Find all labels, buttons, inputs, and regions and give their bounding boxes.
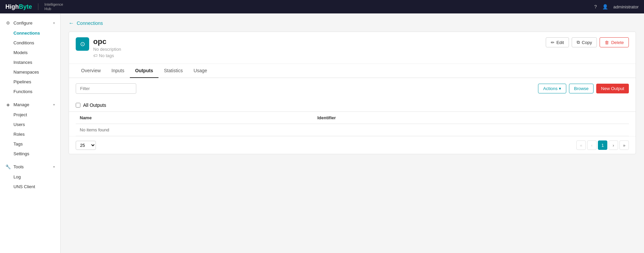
- edit-label: Edit: [557, 40, 564, 45]
- connection-info: ⊙ opc No description 🏷 No tags: [76, 37, 121, 58]
- empty-message: No items found: [76, 124, 629, 136]
- tools-icon: 🔧: [5, 164, 11, 169]
- sidebar-section-configure: ⚙ Configure ▾ Connections Conditions Mod…: [0, 17, 60, 96]
- tabs: Overview Inputs Outputs Statistics Usage: [69, 64, 636, 78]
- sidebar-item-instances[interactable]: Instances: [0, 57, 60, 67]
- actions-chevron: ▾: [559, 86, 561, 91]
- actions-label: Actions: [543, 86, 558, 91]
- logo-high: High: [5, 3, 19, 10]
- configure-section-header[interactable]: ⚙ Configure ▾: [0, 17, 60, 28]
- configure-label: ⚙ Configure: [5, 20, 32, 26]
- delete-icon: 🗑: [605, 40, 609, 45]
- tools-chevron: ▾: [53, 165, 55, 169]
- logo-text: HighByte: [5, 3, 32, 10]
- sidebar-item-functions[interactable]: Functions: [0, 87, 60, 96]
- sidebar-item-connections[interactable]: Connections: [0, 28, 60, 38]
- edit-icon: ✏: [551, 40, 554, 45]
- page-size-select[interactable]: 10 25 50 100: [76, 141, 96, 150]
- table-header: Name Identifier: [76, 112, 629, 124]
- col-name: Name: [76, 112, 313, 124]
- sidebar-item-uns-client[interactable]: UNS Client: [0, 182, 60, 192]
- configure-chevron: ▾: [53, 21, 55, 25]
- breadcrumb[interactable]: ← Connections: [69, 20, 636, 26]
- back-arrow: ←: [69, 20, 74, 26]
- pagination-bar: 10 25 50 100 « ‹ 1 › »: [69, 136, 636, 154]
- toolbar-right: Actions ▾ Browse New Output: [538, 84, 629, 93]
- copy-button[interactable]: ⧉ Copy: [572, 37, 597, 47]
- filter-input[interactable]: [76, 83, 136, 94]
- sidebar-item-models[interactable]: Models: [0, 48, 60, 57]
- sidebar-item-settings[interactable]: Settings: [0, 149, 60, 159]
- all-outputs-row: All Outputs: [69, 99, 636, 112]
- page-prev[interactable]: ‹: [587, 140, 597, 150]
- sidebar-item-tags[interactable]: Tags: [0, 139, 60, 149]
- manage-label: ◈ Manage: [5, 102, 29, 107]
- pagination-nav: « ‹ 1 › »: [576, 140, 629, 150]
- select-all-checkbox[interactable]: [76, 103, 80, 108]
- connection-name: opc: [93, 37, 121, 46]
- sidebar-item-users[interactable]: Users: [0, 120, 60, 129]
- logo: HighByte Intelligence Hub: [5, 2, 63, 11]
- connection-details: opc No description 🏷 No tags: [93, 37, 121, 58]
- actions-button[interactable]: Actions ▾: [538, 84, 566, 93]
- main-layout: ⚙ Configure ▾ Connections Conditions Mod…: [0, 13, 644, 253]
- tags-icon: 🏷: [93, 53, 98, 58]
- connection-header: ⊙ opc No description 🏷 No tags ✏ Edit: [69, 32, 636, 64]
- manage-section-header[interactable]: ◈ Manage ▾: [0, 99, 60, 110]
- connection-card: ⊙ opc No description 🏷 No tags ✏ Edit: [69, 32, 636, 154]
- outputs-toolbar: Actions ▾ Browse New Output: [69, 78, 636, 99]
- logo-divider: [38, 3, 38, 10]
- connection-tags: 🏷 No tags: [93, 53, 121, 58]
- breadcrumb-label: Connections: [77, 20, 103, 26]
- sidebar: ⚙ Configure ▾ Connections Conditions Mod…: [0, 13, 61, 253]
- manage-icon: ◈: [5, 102, 11, 107]
- configure-icon: ⚙: [5, 20, 11, 26]
- sidebar-item-roles[interactable]: Roles: [0, 129, 60, 139]
- sidebar-item-project[interactable]: Project: [0, 110, 60, 120]
- page-next[interactable]: ›: [609, 140, 618, 150]
- logo-byte: Byte: [19, 3, 32, 10]
- user-icon[interactable]: 👤: [602, 4, 608, 9]
- edit-button[interactable]: ✏ Edit: [546, 37, 569, 47]
- table-body: No items found: [76, 124, 629, 136]
- content-area: ← Connections ⊙ opc No description 🏷 No …: [61, 13, 644, 253]
- help-icon[interactable]: ?: [594, 4, 597, 9]
- browse-label: Browse: [574, 86, 588, 91]
- user-label: administrator: [613, 4, 639, 9]
- delete-label: Delete: [611, 40, 624, 45]
- sidebar-section-manage: ◈ Manage ▾ Project Users Roles Tags Sett…: [0, 99, 60, 159]
- copy-icon: ⧉: [577, 40, 580, 45]
- tools-label: 🔧 Tools: [5, 164, 24, 169]
- copy-label: Copy: [582, 40, 592, 45]
- new-output-button[interactable]: New Output: [596, 84, 629, 93]
- topbar: HighByte Intelligence Hub ? 👤 administra…: [0, 0, 644, 13]
- connection-actions: ✏ Edit ⧉ Copy 🗑 Delete: [546, 37, 629, 47]
- outputs-table: Name Identifier No items found: [76, 112, 629, 136]
- sidebar-item-conditions[interactable]: Conditions: [0, 38, 60, 48]
- manage-chevron: ▾: [53, 103, 55, 107]
- sidebar-item-pipelines[interactable]: Pipelines: [0, 77, 60, 87]
- topbar-right: ? 👤 administrator: [594, 4, 639, 9]
- page-last[interactable]: »: [619, 140, 629, 150]
- delete-button[interactable]: 🗑 Delete: [600, 37, 629, 47]
- page-first[interactable]: «: [576, 140, 586, 150]
- tools-section-header[interactable]: 🔧 Tools ▾: [0, 161, 60, 172]
- tab-overview[interactable]: Overview: [76, 64, 106, 78]
- browse-button[interactable]: Browse: [569, 84, 594, 93]
- new-output-label: New Output: [601, 86, 624, 91]
- connection-description: No description: [93, 47, 121, 52]
- page-current[interactable]: 1: [598, 140, 607, 150]
- tags-text: No tags: [99, 53, 114, 58]
- sidebar-item-log[interactable]: Log: [0, 172, 60, 182]
- connection-icon: ⊙: [76, 37, 89, 51]
- sidebar-section-tools: 🔧 Tools ▾ Log UNS Client: [0, 161, 60, 192]
- tab-usage[interactable]: Usage: [188, 64, 212, 78]
- tab-outputs[interactable]: Outputs: [130, 64, 159, 78]
- tab-inputs[interactable]: Inputs: [106, 64, 130, 78]
- col-identifier: Identifier: [313, 112, 629, 124]
- sidebar-item-namespaces[interactable]: Namespaces: [0, 67, 60, 77]
- empty-row: No items found: [76, 124, 629, 136]
- outputs-table-scroll[interactable]: Name Identifier No items found: [69, 112, 636, 136]
- all-outputs-label: All Outputs: [83, 102, 106, 108]
- tab-statistics[interactable]: Statistics: [158, 64, 188, 78]
